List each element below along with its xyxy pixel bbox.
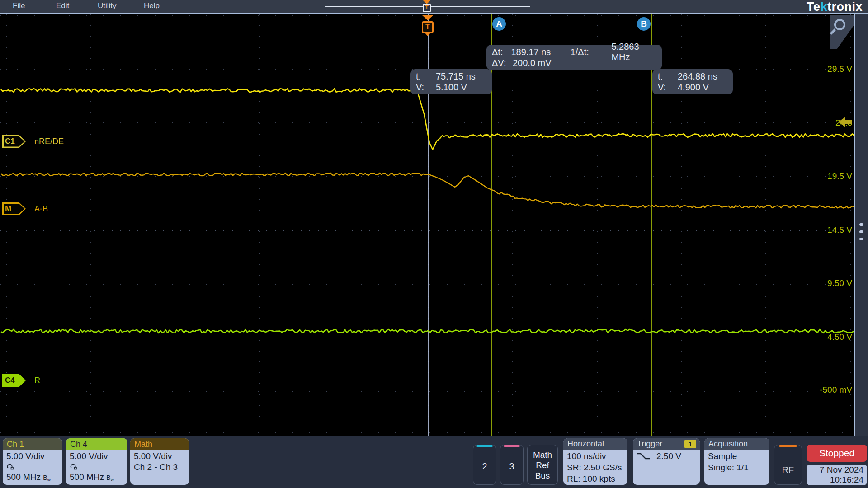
grid-vline [344, 14, 344, 436]
trigger-position-t-icon: T [423, 4, 431, 12]
datetime-display: 7 Nov 2024 10:16:24 [807, 465, 867, 485]
cursor-a-t-value: 75.715 ns [436, 71, 476, 82]
ch2-accent-bar [476, 445, 493, 447]
scale-label: 9.50 V [807, 279, 852, 288]
cursor-a-readout: t:75.715 ns V:5.100 V [410, 69, 492, 94]
math-ref-bus-line3: Bus [528, 470, 557, 481]
trigger-marker[interactable]: T [420, 15, 435, 38]
grid-center-line [0, 230, 854, 231]
grid-hline [0, 391, 854, 392]
acquisition-status-badge[interactable]: Stopped [807, 445, 867, 462]
menu-item-file[interactable]: File [13, 1, 25, 10]
ch1-badge-title: Ch 1 [3, 438, 62, 450]
channel-label-c4: R [34, 376, 40, 385]
acquisition-panel-title: Acquisition [704, 438, 769, 450]
cursor-a-t-label: t: [416, 71, 436, 82]
cursor-b-t-label: t: [658, 71, 678, 82]
delta-t-value: 189.17 ns [511, 47, 570, 57]
handle-dot-icon [859, 238, 863, 240]
acquisition-count: Single: 1/1 [708, 462, 766, 473]
ch1-scale: 5.00 V/div [6, 451, 59, 462]
channel-badge-c4[interactable]: C4 [2, 374, 26, 387]
rf-button[interactable]: RF [774, 445, 802, 485]
status-bar: Ch 1 5.00 V/div 500 MHz Bw Ch 4 5.00 V/d… [0, 436, 868, 488]
cursor-b-line[interactable] [651, 14, 652, 436]
cursor-a-v-label: V: [416, 82, 436, 93]
trigger-level-arrow-tail [845, 120, 852, 124]
channel-badge-text: M [5, 204, 11, 213]
horizontal-scale: 100 ns/div [567, 450, 624, 462]
grid-vline [765, 14, 766, 436]
trigger-level-value: 2.50 V [656, 450, 681, 462]
probe-icon [6, 462, 59, 472]
time-value: 10:16:24 [807, 475, 863, 485]
rf-button-label: RF [774, 465, 802, 475]
menu-item-utility[interactable]: Utility [98, 1, 117, 10]
trigger-source-badge: 1 [684, 440, 696, 448]
date-value: 7 Nov 2024 [807, 465, 863, 475]
magnifier-icon [834, 19, 845, 30]
math-source: Ch 2 - Ch 3 [134, 462, 185, 473]
ch4-scale: 5.00 V/div [70, 451, 124, 462]
cursor-a-badge[interactable]: A [492, 17, 506, 31]
grid-hline [0, 176, 854, 177]
math-ref-bus-line2: Ref [528, 460, 557, 470]
ch3-button[interactable]: 3 [500, 445, 524, 485]
trigger-marker-arrow-icon [422, 15, 434, 20]
horizontal-panel-title: Horizontal [563, 438, 627, 450]
cursor-delta-readout: Δt: 189.17 ns 1/Δt: 5.2863 MHz ΔV: 200.0… [486, 45, 662, 70]
ch4-badge[interactable]: Ch 4 5.00 V/div 500 MHz Bw [66, 438, 127, 485]
ch3-accent-bar [504, 445, 520, 447]
channel-label-c1: nRE/DE [34, 137, 64, 146]
channel-badge-m[interactable]: M [2, 202, 26, 215]
grid-hline [0, 284, 854, 285]
grid-vline [512, 14, 513, 436]
grid-vline [175, 14, 175, 436]
scale-label: 19.5 V [807, 172, 852, 181]
ch2-button-label: 2 [473, 461, 496, 472]
math-ref-bus-line1: Math [528, 450, 557, 460]
cursor-b-badge[interactable]: B [637, 17, 651, 31]
trigger-panel-title: Trigger 1 [633, 438, 700, 450]
cursor-b-v-value: 4.900 V [678, 82, 709, 93]
ch2-button[interactable]: 2 [473, 445, 496, 485]
channel-label-m: A-B [34, 204, 48, 214]
grid-vline [6, 14, 7, 436]
math-scale: 5.00 V/div [134, 451, 185, 462]
menu-bar: FileEditUtilityHelp T Tektronix [0, 0, 868, 13]
oscilloscope-screen: FileEditUtilityHelp T Tektronix T A B Δt… [0, 0, 868, 488]
trigger-position-handle[interactable]: T [422, 0, 432, 13]
grid-vline [90, 14, 91, 436]
ch4-bandwidth: 500 MHz Bw [70, 472, 124, 485]
grid-vline [597, 14, 598, 436]
trigger-marker-t-icon: T [422, 21, 434, 33]
scale-label: 4.50 V [807, 333, 852, 342]
math-ref-bus-button[interactable]: Math Ref Bus [527, 445, 558, 485]
menu-item-help[interactable]: Help [144, 1, 160, 10]
ch4-badge-title: Ch 4 [66, 438, 127, 450]
math-badge[interactable]: Math 5.00 V/div Ch 2 - Ch 3 [130, 438, 189, 485]
horizontal-panel[interactable]: Horizontal 100 ns/div SR: 2.50 GS/s RL: … [563, 438, 627, 485]
acquisition-panel[interactable]: Acquisition Sample Single: 1/1 [704, 438, 769, 485]
rf-accent-bar [779, 445, 797, 447]
channel-badge-c1[interactable]: C1 [2, 135, 26, 148]
menu-item-edit[interactable]: Edit [56, 1, 69, 10]
grid-hline [0, 122, 854, 123]
scale-label: 29.5 V [807, 65, 852, 74]
trigger-level-arrow-icon[interactable] [838, 117, 853, 127]
math-badge-title: Math [130, 438, 189, 450]
ch1-badge[interactable]: Ch 1 5.00 V/div 500 MHz Bw [3, 438, 62, 485]
channel-badge-text: C1 [5, 137, 15, 146]
grid-hline [0, 338, 854, 338]
trigger-panel[interactable]: Trigger 1 2.50 V [633, 438, 700, 485]
sample-rate: SR: 2.50 GS/s [567, 462, 624, 473]
right-side-panel-handle[interactable] [854, 14, 868, 436]
cursor-a-v-value: 5.100 V [436, 82, 467, 93]
tektronix-logo: Tektronix [807, 0, 863, 14]
scale-label: 14.5 V [807, 225, 852, 235]
cursor-b-readout: t:264.88 ns V:4.900 V [652, 69, 733, 94]
trigger-level-arrow-head [838, 117, 845, 127]
magnifier-handle-icon [830, 28, 836, 34]
ch3-button-label: 3 [500, 461, 523, 472]
delta-t-label: Δt: [492, 47, 511, 57]
